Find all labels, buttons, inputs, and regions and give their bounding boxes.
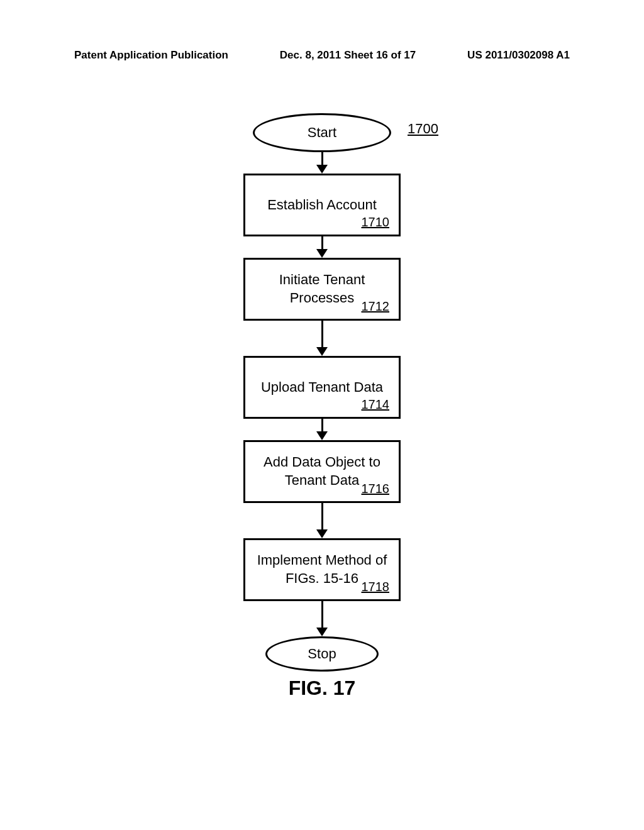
step-text: Upload Tenant Data (261, 379, 383, 397)
step-ref: 1718 (362, 580, 390, 594)
step-text: Initiate TenantProcesses (279, 271, 365, 307)
page-header: Patent Application Publication Dec. 8, 2… (0, 49, 644, 62)
step-upload-tenant-data: Upload Tenant Data 1714 (243, 356, 401, 419)
arrow-icon (316, 601, 328, 636)
header-patent-number: US 2011/0302098 A1 (467, 49, 570, 62)
arrow-icon (316, 236, 328, 258)
step-add-data-object: Add Data Object toTenant Data 1716 (243, 440, 401, 503)
start-node: Start (253, 113, 391, 152)
figure-caption: FIG. 17 (289, 677, 356, 700)
start-label: Start (308, 124, 336, 141)
stop-label: Stop (308, 646, 336, 662)
step-ref: 1712 (362, 299, 390, 314)
arrow-icon (316, 503, 328, 538)
stop-node: Stop (265, 636, 379, 672)
step-ref: 1710 (362, 215, 390, 230)
start-node-wrapper: Start 1700 (253, 113, 391, 152)
arrow-icon (316, 321, 328, 356)
step-initiate-tenant: Initiate TenantProcesses 1712 (243, 258, 401, 321)
flowchart: Start 1700 Establish Account 1710 Initia… (0, 113, 644, 700)
arrow-icon (316, 419, 328, 440)
step-establish-account: Establish Account 1710 (243, 174, 401, 236)
header-publication: Patent Application Publication (74, 49, 228, 62)
header-date-sheet: Dec. 8, 2011 Sheet 16 of 17 (280, 49, 416, 62)
start-ref: 1700 (408, 121, 438, 137)
step-implement-method: Implement Method ofFIGs. 15-16 1718 (243, 538, 401, 601)
step-ref: 1716 (362, 482, 390, 496)
step-ref: 1714 (362, 397, 390, 412)
step-text: Establish Account (267, 196, 377, 214)
arrow-icon (316, 152, 328, 174)
